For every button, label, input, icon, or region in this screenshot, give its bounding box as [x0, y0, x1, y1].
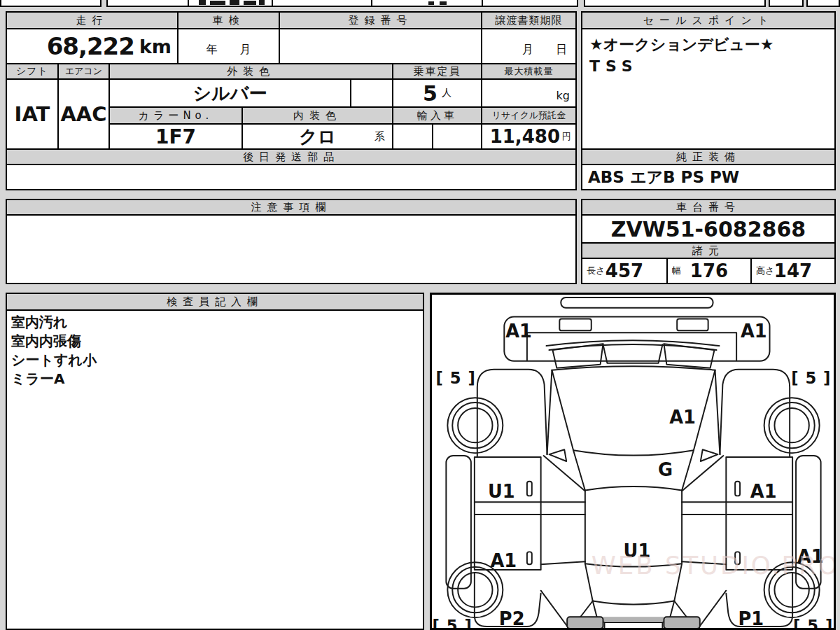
cutoff-cell [584, 0, 766, 7]
spec-height-cell: 高さ 147 [750, 258, 836, 284]
spec-length-cell: 長さ 457 [581, 258, 668, 284]
tire-grade-label: [ 5 ] [433, 617, 472, 628]
capacity-value-cell: 5 人 [392, 78, 482, 108]
rear-window-bottom [593, 601, 675, 604]
exterior-color-sub-cell [350, 78, 393, 108]
cutoff-text-fragment [199, 0, 206, 5]
sales-point-line: TSS [589, 55, 774, 77]
mileage-value-cell: 68,222 km [6, 28, 178, 64]
aircon-header: エアコン [57, 63, 110, 80]
caution-notes-header: 注意事項欄 [6, 199, 577, 216]
damage-code-label: G [658, 459, 673, 480]
exterior-color-header: 外装色 [108, 63, 393, 80]
auction-sheet: 走行 車検 登録番号 譲渡書類期限 68,222 km 年 月 月 日 シフト … [0, 0, 840, 630]
mileage-value: 68,222 [47, 32, 134, 60]
spec-width-value: 176 [690, 260, 728, 281]
cutoff-text-fragment [230, 0, 239, 5]
sales-points-body: ★オークションデビュー★ TSS [581, 28, 836, 150]
a-pillar-lines [544, 456, 724, 491]
cutoff-cell [0, 0, 102, 7]
tire-grade-label: [ 5 ] [793, 617, 833, 628]
inspector-note-line: 室内内張傷 [11, 332, 97, 351]
genuine-equipment-header: 純正装備 [581, 148, 836, 165]
damage-code-label: A1 [505, 321, 532, 342]
roof-front-arc [585, 486, 682, 490]
front-trim-strip [561, 298, 713, 308]
right-headlight [677, 319, 708, 331]
genuine-equipment-value: ABS エアB PS PW [581, 164, 836, 190]
imported-header: 輸入車 [392, 106, 482, 125]
license-plate-recess [605, 622, 663, 628]
car-damage-diagram: A1 A1 A1 G U1 A1 U1 A1 A1 P2 P1 [ 5 ] [ … [432, 295, 834, 628]
cutoff-cell [482, 0, 578, 7]
damage-code-label: A1 [750, 481, 777, 502]
left-door-divider [475, 502, 541, 514]
aircon-value: AAC [57, 78, 110, 150]
left-rear-light [567, 617, 603, 628]
recycle-deposit-cell: 11,480 円 [481, 123, 577, 150]
tire-grade-label: [ 5 ] [436, 369, 476, 387]
later-parts-header: 後日発送部品 [6, 148, 577, 165]
front-bumper-step [527, 332, 736, 360]
cutoff-text-fragment [210, 1, 225, 5]
shift-value: IAT [6, 78, 59, 150]
inspector-note-line: シートすれ小 [11, 351, 97, 370]
cutoff-cell [806, 0, 840, 7]
damage-code-label: A1 [669, 407, 696, 428]
left-rear-door-handle [527, 552, 532, 564]
spec-length-label: 長さ [587, 265, 605, 277]
damage-code-label: A1 [490, 550, 517, 571]
max-load-header: 最大積載量 [481, 63, 577, 80]
mileage-header: 走行 [6, 11, 178, 29]
left-lamp-cluster [552, 344, 603, 368]
sales-points-header: セールスポイント [581, 11, 836, 29]
specs-header: 諸元 [581, 242, 836, 259]
right-mirror [701, 449, 718, 461]
left-front-door-handle [527, 482, 532, 496]
recycle-deposit-unit: 円 [562, 130, 571, 143]
inspector-note-line: 室内汚れ [11, 313, 97, 332]
front-right-wheel [764, 398, 820, 453]
later-parts-value-cell [6, 164, 577, 190]
registration-value-cell [279, 28, 482, 64]
windshield-top-arc [573, 450, 694, 455]
transfer-docs-header: 譲渡書類期限 [481, 11, 577, 29]
color-no-header: カラーNo. [108, 106, 243, 125]
cutoff-text-fragment [244, 1, 256, 5]
spec-height-value: 147 [774, 260, 812, 281]
cutoff-cell [371, 0, 483, 7]
capacity-value: 5 [423, 81, 438, 106]
rear-gray-band [603, 617, 664, 621]
cutoff-text-fragment [440, 1, 447, 5]
right-front-door-handle [735, 482, 740, 496]
recycle-deposit-value: 11,480 [490, 126, 560, 147]
right-rear-light [664, 617, 699, 628]
sales-point-line: ★オークションデビュー★ [589, 34, 774, 55]
chassis-number-header: 車台番号 [581, 199, 836, 216]
imported-check-cell [432, 123, 482, 150]
cutoff-cell [106, 0, 189, 7]
watermark: WEB STUDIO.PRO [592, 551, 834, 580]
grille-center [603, 344, 663, 363]
left-headlight [559, 319, 591, 331]
damage-code-label: U1 [488, 481, 515, 502]
tire-grade-label: [ 5 ] [791, 369, 831, 387]
spec-height-label: 高さ [756, 265, 774, 277]
spec-width-label: 幅 [672, 265, 681, 277]
damage-diagram-panel: A1 A1 A1 G U1 A1 U1 A1 A1 P2 P1 [ 5 ] [ … [430, 293, 836, 630]
transfer-docs-value-cell: 月 日 [481, 28, 577, 64]
inspector-notes-header: 検査員記入欄 [6, 293, 424, 311]
windshield-sides [573, 450, 694, 490]
front-left-wheel [447, 398, 503, 453]
belt-lines [541, 502, 727, 514]
cutoff-text-fragment [428, 1, 434, 5]
inspector-note-line: ミラーA [11, 370, 97, 388]
recycle-deposit-header: リサイクル預託金 [481, 106, 577, 125]
interior-color-suffix: 系 [374, 130, 385, 144]
damage-code-label: A1 [741, 321, 767, 342]
inspector-notes-body: 室内汚れ 室内内張傷 シートすれ小 ミラーA [6, 309, 424, 630]
shaken-header: 車検 [177, 11, 280, 29]
spec-width-cell: 幅 176 [666, 258, 752, 284]
mileage-unit: km [139, 36, 172, 57]
front-bumper [504, 317, 769, 361]
